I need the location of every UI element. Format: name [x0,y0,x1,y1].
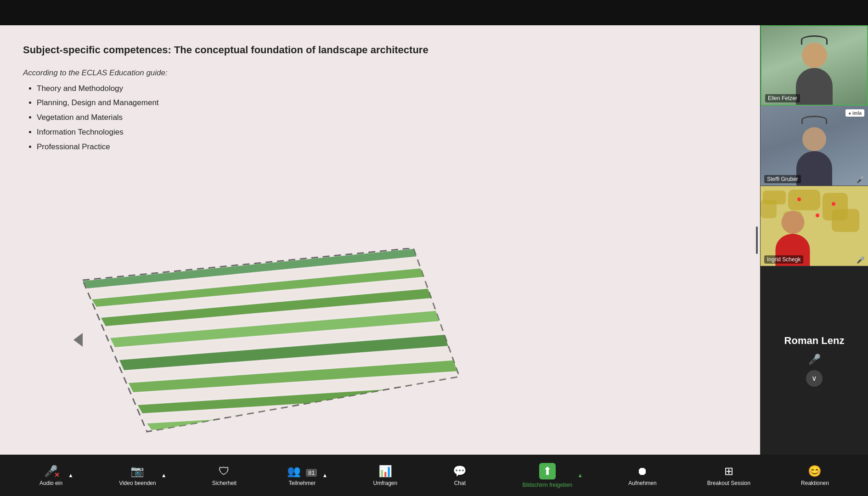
chat-label: Chat [454,480,466,486]
slide-title: Subject-specific competences: The concep… [23,44,737,57]
mic-icon-steffi: 🎤 [857,176,864,183]
toolbar: 🎤 ✕ Audio ein ▲ 📷 Video beenden ▲ 🛡 Sich… [0,455,868,496]
bullet-1: Theory and Methodology [37,83,737,94]
polls-button[interactable]: 📊 Umfragen [366,461,404,490]
participants-icon: 👥 81 [287,465,317,478]
participants-caret[interactable]: ▲ [321,472,329,479]
participant-name-ingrid: Ingrid Schegk [764,255,803,264]
video-group: 📷 Video beenden ▲ [113,461,168,490]
polls-label: Umfragen [373,480,397,486]
audio-caret[interactable]: ▲ [67,472,75,479]
bullet-5: Professional Practice [37,141,737,152]
polls-icon: 📊 [378,465,392,478]
security-icon: 🛡 [219,465,230,478]
landscape-diagram [69,248,459,441]
bullet-list: Theory and Methodology Planning, Design … [23,83,737,156]
roman-name: Roman Lenz [784,335,845,347]
security-label: Sicherheit [212,480,237,486]
mic-icon-ingrid: 🎤 [857,256,864,264]
participants-button[interactable]: 👥 81 Teilnehmer [281,461,323,490]
reactions-button[interactable]: 😊 Reaktionen [795,461,835,490]
video-caret[interactable]: ▲ [160,472,168,479]
participant-count: 81 [306,469,317,477]
expand-button[interactable]: ∨ [806,370,823,387]
record-button[interactable]: ⏺ Aufnehmen [622,461,663,490]
slide-subtitle: According to the ECLAS Education guide: [23,68,737,78]
record-icon: ⏺ [637,465,648,478]
audio-button[interactable]: 🎤 ✕ Audio ein [33,461,69,490]
svg-marker-17 [73,333,83,347]
roman-section: Roman Lenz 🎤 ∨ [761,266,868,455]
sidebar: Ellen Fetzer ● imla Steffi Gruber 🎤 [760,25,868,455]
bullet-3: Vegetation and Materials [37,112,737,123]
sidebar-resize-handle[interactable] [756,226,758,254]
participant-video-steffi: ● imla Steffi Gruber 🎤 [761,106,868,186]
video-label: Video beenden [119,480,156,486]
video-icon: 📷 [130,465,144,478]
chat-button[interactable]: 💬 Chat [441,461,478,490]
screenshare-label: Bildschirm freigeben [523,482,573,488]
participants-label: Teilnehmer [289,480,316,486]
roman-mic-muted: 🎤 [808,354,821,366]
screenshare-caret[interactable]: ▲ [576,472,584,479]
participant-video-ellen: Ellen Fetzer [761,25,868,106]
reactions-label: Reaktionen [801,480,829,486]
audio-group: 🎤 ✕ Audio ein ▲ [33,461,75,490]
security-button[interactable]: 🛡 Sicherheit [206,461,243,490]
breakout-button[interactable]: ⊞ Breakout Session [701,461,757,490]
participant-video-ingrid: Ingrid Schegk 🎤 [761,186,868,266]
screenshare-icon: ⬆ [539,463,556,479]
breakout-icon: ⊞ [724,465,733,478]
record-label: Aufnehmen [628,480,656,486]
participant-name-ellen: Ellen Fetzer [765,94,800,102]
diagram-container [69,248,459,441]
top-bar [0,0,868,25]
audio-icon: 🎤 ✕ [44,465,58,478]
reactions-icon: 😊 [808,465,822,478]
chat-icon: 💬 [453,465,467,478]
audio-label: Audio ein [39,480,62,486]
bullet-4: Information Technologies [37,127,737,138]
screenshare-group: ⬆ Bildschirm freigeben ▲ [516,459,585,492]
imla-badge: ● imla [845,109,864,117]
participants-group: 👥 81 Teilnehmer ▲ [281,461,329,490]
main-area: Subject-specific competences: The concep… [0,25,868,455]
screenshare-button[interactable]: ⬆ Bildschirm freigeben [516,459,579,492]
video-button[interactable]: 📷 Video beenden [113,461,163,490]
breakout-label: Breakout Session [707,480,750,486]
bullet-2: Planning, Design and Management [37,97,737,108]
participant-name-steffi: Steffi Gruber [764,175,801,183]
slide-area: Subject-specific competences: The concep… [0,25,760,455]
